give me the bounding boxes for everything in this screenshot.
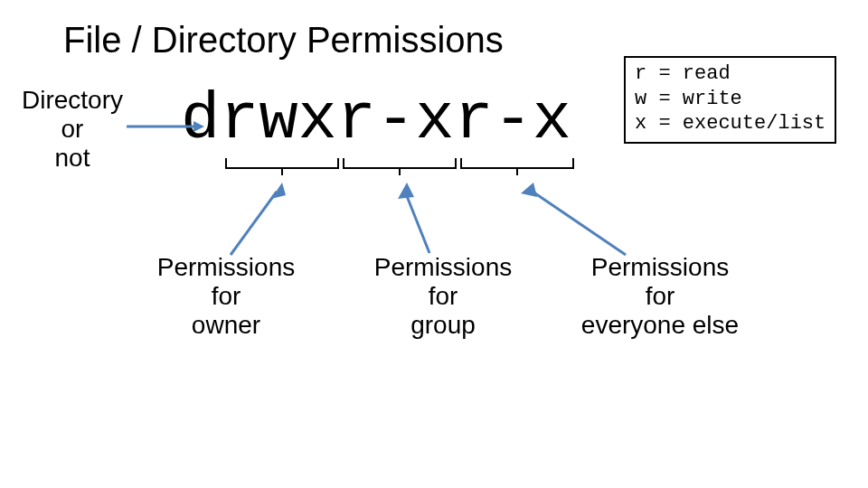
owner-permissions-label: Permissionsforowner xyxy=(145,253,307,341)
permission-string: drwxr-xr-x xyxy=(181,83,571,157)
svg-line-2 xyxy=(231,192,277,255)
svg-marker-7 xyxy=(521,183,537,197)
directory-flag-label: Directoryornot xyxy=(18,86,127,174)
svg-marker-5 xyxy=(398,183,414,199)
group-permissions-label: Permissionsforgroup xyxy=(362,253,524,341)
svg-line-4 xyxy=(405,192,429,253)
svg-line-6 xyxy=(530,190,626,255)
page-title: File / Directory Permissions xyxy=(63,20,504,61)
legend-box: r = read w = write x = execute/list xyxy=(624,56,836,144)
other-permissions-label: Permissionsforeveryone else xyxy=(561,253,760,341)
svg-marker-3 xyxy=(271,183,286,199)
